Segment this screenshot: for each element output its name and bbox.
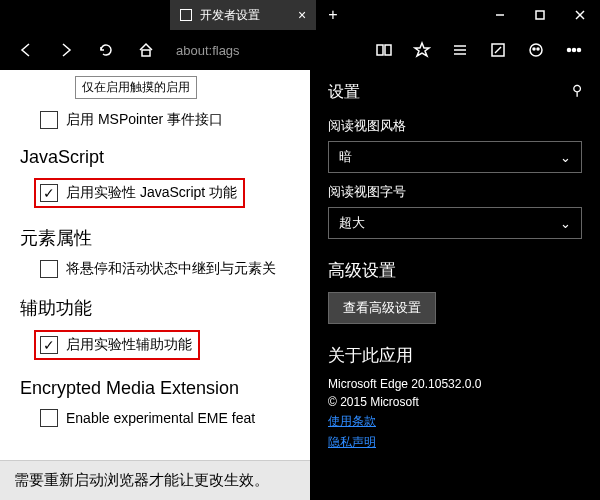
minimize-button[interactable] [480,0,520,30]
hover-relay-checkbox[interactable] [40,260,58,278]
about-copyright: © 2015 Microsoft [328,395,582,409]
maximize-button[interactable] [520,0,560,30]
eme-heading: Encrypted Media Extension [20,378,290,399]
window-controls [480,0,600,30]
address-bar[interactable]: about:flags [176,43,240,58]
svg-point-17 [573,49,576,52]
javascript-heading: JavaScript [20,147,290,168]
about-version: Microsoft Edge 20.10532.0.0 [328,377,582,391]
partial-option: 仅在启用触摸的启用 [75,76,197,99]
settings-title: 设置 [328,82,582,103]
chevron-down-icon: ⌄ [560,150,571,165]
reading-style-dropdown[interactable]: 暗 ⌄ [328,141,582,173]
back-button[interactable] [8,32,44,68]
privacy-link[interactable]: 隐私声明 [328,434,582,451]
svg-point-14 [533,48,535,50]
svg-rect-5 [377,45,383,55]
svg-point-18 [578,49,581,52]
chevron-down-icon: ⌄ [560,216,571,231]
webnote-icon[interactable] [480,32,516,68]
js-experimental-checkbox[interactable] [40,184,58,202]
svg-line-12 [495,47,501,53]
accessibility-label: 启用实验性辅助功能 [66,336,192,354]
reading-size-label: 阅读视图字号 [328,183,582,201]
svg-marker-7 [415,43,429,56]
forward-button[interactable] [48,32,84,68]
reading-size-dropdown[interactable]: 超大 ⌄ [328,207,582,239]
svg-rect-1 [536,11,544,19]
home-button[interactable] [128,32,164,68]
page-content: 仅在启用触摸的启用 启用 MSPointer 事件接口 JavaScript 启… [0,70,310,500]
reading-size-value: 超大 [339,214,365,232]
accessibility-heading: 辅助功能 [20,296,290,320]
pin-icon[interactable]: ⚲ [572,82,582,98]
eme-label: Enable experimental EME feat [66,410,255,426]
hover-relay-label: 将悬停和活动状态中继到与元素关 [66,260,276,278]
mspointer-checkbox[interactable] [40,111,58,129]
page-icon [180,9,192,21]
restart-notice: 需要重新启动浏览器才能让更改生效。 [0,460,310,500]
settings-panel: 设置 ⚲ 阅读视图风格 暗 ⌄ 阅读视图字号 超大 ⌄ 高级设置 查看高级设置 … [310,70,600,500]
refresh-button[interactable] [88,32,124,68]
svg-rect-4 [142,50,150,56]
advanced-heading: 高级设置 [328,259,582,282]
reading-style-value: 暗 [339,148,352,166]
element-attributes-heading: 元素属性 [20,226,290,250]
accessibility-checkbox[interactable] [40,336,58,354]
svg-point-13 [530,44,542,56]
svg-point-16 [568,49,571,52]
navbar: about:flags [0,30,600,70]
svg-point-15 [537,48,539,50]
close-window-button[interactable] [560,0,600,30]
view-advanced-button[interactable]: 查看高级设置 [328,292,436,324]
more-icon[interactable] [556,32,592,68]
reading-view-icon[interactable] [366,32,402,68]
hub-icon[interactable] [442,32,478,68]
eme-checkbox[interactable] [40,409,58,427]
new-tab-button[interactable]: + [316,6,349,24]
reading-style-label: 阅读视图风格 [328,117,582,135]
close-tab-icon[interactable]: × [298,7,306,23]
about-heading: 关于此应用 [328,344,582,367]
js-experimental-label: 启用实验性 JavaScript 功能 [66,184,237,202]
tab-title: 开发者设置 [200,7,260,24]
svg-rect-6 [385,45,391,55]
mspointer-label: 启用 MSPointer 事件接口 [66,111,223,129]
titlebar: 开发者设置 × + [0,0,600,30]
share-icon[interactable] [518,32,554,68]
favorite-icon[interactable] [404,32,440,68]
terms-link[interactable]: 使用条款 [328,413,582,430]
browser-tab[interactable]: 开发者设置 × [170,0,316,30]
